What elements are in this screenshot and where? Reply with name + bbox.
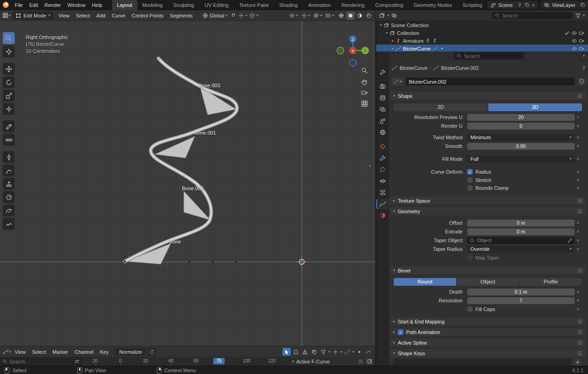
tool-pen[interactable] — [3, 164, 15, 176]
copy-icon[interactable] — [525, 2, 530, 7]
viewport-overlays-button[interactable]: ▾ — [312, 11, 323, 20]
tool-tilt[interactable] — [3, 204, 15, 216]
properties-tab-physics[interactable] — [376, 176, 389, 186]
pin-icon[interactable] — [517, 2, 522, 7]
gizmo-axis-y-neg[interactable] — [337, 47, 344, 54]
add-shape-key-button[interactable] — [574, 358, 581, 366]
graph-pointer-button[interactable] — [283, 348, 291, 356]
panel-header-shape[interactable]: ▾ Shape — [390, 92, 586, 100]
outliner-row-armature[interactable]: ▸Armature — [376, 37, 588, 45]
chevron-down-icon[interactable]: ▾ — [583, 54, 585, 58]
fake-user-button[interactable] — [577, 78, 586, 85]
graph-ghost-button[interactable] — [292, 348, 300, 356]
outliner-camera-toggle[interactable] — [579, 38, 584, 44]
chevron-icon[interactable]: ▸ — [392, 39, 394, 43]
graph-menu-select[interactable]: Select — [29, 347, 50, 357]
shading-rendered-button[interactable] — [365, 11, 373, 20]
normalize-refresh-button[interactable] — [148, 348, 156, 356]
dropdown-full[interactable]: Full▾ — [467, 156, 575, 163]
datablock-name-input[interactable] — [406, 78, 575, 85]
workspace-tab-modeling[interactable]: Modeling — [137, 0, 169, 10]
workspace-tab-texture-paint[interactable]: Texture Paint — [234, 0, 274, 10]
graph-copy-button[interactable] — [310, 348, 318, 356]
animate-dot[interactable] — [577, 300, 579, 301]
workspace-tab-compositing[interactable]: Compositing — [370, 0, 409, 10]
viewport-grid-control[interactable] — [361, 100, 368, 107]
tool-cursor3d[interactable] — [3, 45, 15, 57]
value-slider[interactable]: 20 — [467, 114, 575, 121]
viewport-3d[interactable]: Right Orthographic (76) BézierCurve 10 C… — [0, 21, 375, 346]
viewport-menu-segments[interactable]: Segments — [167, 11, 196, 21]
workspace-tab-sculpting[interactable]: Sculpting — [168, 0, 199, 10]
dropdown-override[interactable]: Override▾ — [467, 246, 575, 253]
graph-fcurve-button[interactable] — [343, 348, 351, 356]
graph-dotbtn-button[interactable] — [355, 348, 363, 356]
workspace-tab-uv-editing[interactable]: UV Editing — [199, 0, 234, 10]
outliner-camera-toggle[interactable] — [579, 30, 584, 36]
bevel-round-button[interactable]: Round — [394, 278, 457, 286]
viewport-gizmo-button[interactable]: ▾ — [300, 11, 311, 20]
topbar-menu-render[interactable]: Render — [41, 0, 64, 10]
properties-tab-particles[interactable] — [376, 164, 389, 175]
breadcrumb-data[interactable]: BézierCurve.002 — [441, 65, 479, 71]
channel-search-input[interactable] — [9, 359, 64, 364]
value-slider[interactable]: 0.1 m — [467, 289, 575, 295]
viewport-menu-add[interactable]: Add — [93, 11, 109, 21]
orientation-dropdown[interactable]: Global ▾ — [201, 11, 229, 20]
checkbox-fill-caps[interactable] — [467, 306, 473, 312]
display-mode-icon[interactable] — [391, 13, 397, 18]
panel-drag-handle[interactable] — [577, 351, 582, 355]
chevron-icon[interactable]: ▾ — [386, 31, 388, 35]
copy-icon[interactable] — [580, 2, 585, 7]
workspace-tab-animation[interactable]: Animation — [303, 0, 336, 10]
dropdown-minimum[interactable]: Minimum▾ — [467, 134, 575, 141]
graph-smoothc-button[interactable] — [364, 348, 373, 356]
checkbox-radius[interactable]: ✓ — [467, 169, 473, 175]
animate-dot[interactable] — [577, 179, 579, 181]
panel-drag-handle[interactable] — [577, 340, 582, 345]
viewport-hand-control[interactable] — [361, 78, 368, 85]
viewport-menu-curve[interactable]: Curve — [108, 11, 128, 21]
close-icon[interactable]: × — [532, 2, 535, 8]
animate-dot[interactable] — [577, 125, 579, 127]
workspace-tab-layout[interactable]: Layout — [112, 0, 137, 10]
outliner-eye-toggle[interactable] — [571, 46, 577, 51]
tool-radius[interactable] — [3, 191, 15, 203]
outliner-eye-toggle[interactable] — [571, 30, 577, 36]
viewport-zoom-control[interactable] — [361, 67, 368, 74]
properties-tab-render[interactable] — [376, 81, 389, 91]
value-slider[interactable]: 0.00 — [467, 143, 575, 150]
datablock-browse-button[interactable]: ▾ — [392, 78, 404, 85]
tool-move[interactable] — [3, 63, 15, 75]
panel-header-geometry[interactable]: ▾ Geometry — [390, 207, 586, 215]
scene-selector[interactable]: Scene × — [488, 1, 538, 9]
properties-tab-modifiers[interactable] — [376, 153, 389, 163]
snap-toggle[interactable] — [230, 11, 237, 20]
animate-dot[interactable] — [577, 248, 579, 250]
topbar-menu-edit[interactable]: Edit — [26, 0, 41, 10]
value-slider[interactable]: 0 — [467, 123, 575, 130]
checkbox-bounds-clamp[interactable] — [467, 185, 473, 191]
viewlayer-selector[interactable]: ViewLayer × — [541, 1, 588, 9]
panel-drag-handle[interactable] — [577, 319, 582, 323]
filter-icon[interactable] — [575, 13, 581, 18]
chevron-icon[interactable]: ▸ — [392, 47, 394, 51]
outliner-search[interactable] — [492, 12, 573, 19]
properties-tab-object-data[interactable] — [376, 199, 389, 209]
viewport-camera-control[interactable] — [361, 89, 368, 96]
outliner-row-b-ziercurve[interactable]: ▸BézierCurve — [376, 45, 588, 51]
value-slider[interactable]: 0 m — [467, 220, 575, 227]
tool-transform[interactable] — [3, 103, 15, 115]
tool-measure[interactable] — [3, 134, 15, 146]
chevron-icon[interactable]: ▾ — [380, 23, 382, 27]
properties-search[interactable] — [454, 52, 524, 59]
bevel-object-button[interactable]: Object — [457, 278, 520, 286]
workspace-tab-geometry-nodes[interactable]: Geometry Nodes — [409, 0, 458, 10]
animate-dot[interactable] — [577, 222, 579, 224]
properties-tab-world[interactable] — [376, 127, 389, 137]
tool-rotate[interactable] — [3, 76, 15, 88]
tool-extrude[interactable] — [3, 178, 15, 190]
properties-tab-output[interactable] — [376, 93, 389, 103]
panel-drag-handle[interactable] — [577, 198, 582, 203]
graph-funnel-button[interactable] — [319, 348, 328, 356]
